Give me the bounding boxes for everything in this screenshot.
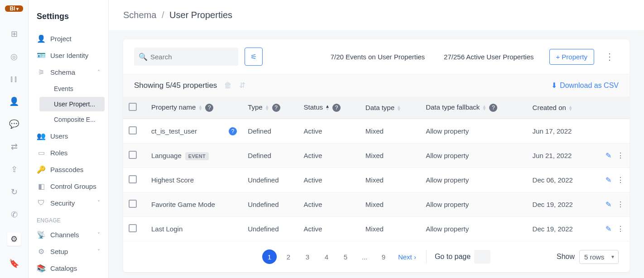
sidebar-item-label: User Identity xyxy=(50,52,88,59)
row-more-icon[interactable]: ⋮ xyxy=(617,152,624,159)
help-icon[interactable]: ? xyxy=(205,104,213,112)
page-button[interactable]: 1 xyxy=(262,249,277,264)
chevron-down-icon: ˅ xyxy=(97,232,100,238)
page-button[interactable]: 2 xyxy=(281,249,296,264)
goto-page-input[interactable] xyxy=(474,250,490,264)
sidebar-item-control-groups[interactable]: ◧Control Groups xyxy=(29,178,108,195)
bookmark-icon[interactable]: 🔖 xyxy=(9,259,19,268)
search-input[interactable] xyxy=(134,48,238,66)
sidebar-item-label: Channels xyxy=(50,231,79,239)
phone-icon[interactable]: ✆ xyxy=(9,210,19,220)
sort-icon[interactable]: ▲▼ xyxy=(482,105,486,110)
sidebar-item-users[interactable]: 👥Users xyxy=(29,128,108,144)
add-property-button[interactable]: +Property xyxy=(549,49,594,65)
search-icon: 🔍 xyxy=(139,53,148,61)
col-property-name[interactable]: Property name xyxy=(151,103,196,111)
page-button[interactable]: 4 xyxy=(319,249,334,264)
row-checkbox[interactable] xyxy=(129,151,137,159)
sort-icon[interactable]: ▲▼ xyxy=(397,105,401,111)
export-icon[interactable]: ⇪ xyxy=(9,164,19,174)
row-checkbox[interactable] xyxy=(129,200,137,208)
swap-icon[interactable]: ⇄ xyxy=(9,142,19,152)
page-button[interactable]: 9 xyxy=(376,249,391,264)
sort-icon[interactable]: ▲▼ xyxy=(325,105,330,110)
sidebar-item-schema[interactable]: ⚞Schema˄ xyxy=(29,64,108,81)
row-checkbox[interactable] xyxy=(129,224,137,232)
table-row: Favorite Game ModeUndefinedActiveMixedAl… xyxy=(123,192,630,217)
sub-item-user-properties[interactable]: User Propert... xyxy=(39,97,105,111)
sort-icon[interactable]: ▲▼ xyxy=(265,105,269,110)
sidebar-item-label: Control Groups xyxy=(50,182,96,190)
chat-icon[interactable]: 💬 xyxy=(9,119,19,129)
target-icon[interactable]: ◎ xyxy=(9,52,19,62)
page-button[interactable]: ... xyxy=(357,249,372,264)
sidebar-item-label: Setup xyxy=(50,248,68,255)
properties-table: Property name▲▼? Type▲▼? Status▲▼? Data … xyxy=(123,96,630,241)
row-more-icon[interactable]: ⋮ xyxy=(617,176,624,184)
sort-icon[interactable]: ▲▼ xyxy=(198,105,202,110)
event-tag: EVENT xyxy=(185,152,209,160)
info-icon[interactable]: ? xyxy=(229,127,237,135)
columns-icon[interactable]: ⇵ xyxy=(239,81,245,90)
dashboard-icon[interactable]: ⊞ xyxy=(9,29,19,39)
people-icon[interactable]: 👤 xyxy=(9,96,19,106)
logo-button[interactable]: BI▾ xyxy=(5,5,23,12)
sidebar-item-project[interactable]: 👤Project xyxy=(29,30,108,47)
fallback-cell: Allow property xyxy=(420,217,527,241)
col-status[interactable]: Status xyxy=(304,103,323,111)
gear-icon[interactable]: ⚙ xyxy=(7,232,21,246)
sidebar-item-catalogs[interactable]: 📚Catalogs xyxy=(29,260,108,277)
select-all-checkbox[interactable] xyxy=(129,103,137,111)
data-type-cell: Mixed xyxy=(360,144,420,168)
sidebar-item-label: Roles xyxy=(50,149,67,157)
sidebar-item-passcodes[interactable]: 🔑Passcodes xyxy=(29,161,108,178)
col-created[interactable]: Created on xyxy=(533,104,566,111)
page-button[interactable]: 3 xyxy=(300,249,315,264)
download-csv-link[interactable]: ⬇Download as CSV xyxy=(551,81,619,90)
analytics-icon[interactable]: ⫿⫿ xyxy=(9,74,19,84)
edit-icon[interactable]: ✎ xyxy=(606,225,611,233)
show-label: Show xyxy=(557,253,575,261)
refresh-icon[interactable]: ↻ xyxy=(9,187,19,197)
created-cell: Dec 19, 2022 xyxy=(527,217,593,241)
sidebar-item-security[interactable]: 🛡Security˅ xyxy=(29,195,108,211)
sub-item-composite[interactable]: Composite E... xyxy=(39,112,105,127)
breadcrumb-parent[interactable]: Schema xyxy=(123,10,156,20)
col-data-type[interactable]: Data type xyxy=(365,104,394,111)
page-button[interactable]: 5 xyxy=(338,249,353,264)
more-menu-button[interactable]: ⋮ xyxy=(601,49,619,64)
shield-icon: 🛡 xyxy=(37,199,46,207)
chevron-down-icon: ▾ xyxy=(16,6,19,11)
filter-button[interactable]: ⚟ xyxy=(245,48,263,66)
rows-select[interactable]: 5 rows xyxy=(579,250,619,264)
row-more-icon[interactable]: ⋮ xyxy=(617,201,624,208)
edit-icon[interactable]: ✎ xyxy=(606,176,611,184)
status-cell: Active xyxy=(298,168,360,192)
help-icon[interactable]: ? xyxy=(332,104,341,112)
row-more-icon[interactable]: ⋮ xyxy=(617,225,624,233)
chevron-down-icon: ˅ xyxy=(97,200,100,206)
sidebar-item-roles[interactable]: ▭Roles xyxy=(29,144,108,161)
fallback-cell: Allow property xyxy=(420,168,527,192)
sub-item-events[interactable]: Events xyxy=(39,81,105,96)
next-button[interactable]: Next › xyxy=(398,253,416,261)
sidebar-item-channels[interactable]: 📡Channels˅ xyxy=(29,226,108,243)
col-type[interactable]: Type xyxy=(248,103,263,111)
sidebar-item-user-identity[interactable]: 🪪User Identity xyxy=(29,47,108,64)
trash-icon[interactable]: 🗑 xyxy=(224,81,232,90)
data-type-cell: Mixed xyxy=(360,119,420,144)
sort-icon[interactable]: ▲▼ xyxy=(568,105,573,111)
row-checkbox[interactable] xyxy=(129,175,137,183)
col-fallback[interactable]: Data type fallback xyxy=(426,103,480,111)
type-cell: Undefined xyxy=(242,217,298,241)
edit-icon[interactable]: ✎ xyxy=(606,152,611,159)
help-icon[interactable]: ? xyxy=(272,104,280,112)
row-checkbox[interactable] xyxy=(129,126,137,134)
help-icon[interactable]: ? xyxy=(489,104,497,112)
edit-icon[interactable]: ✎ xyxy=(606,201,611,208)
status-cell: Active xyxy=(298,192,360,217)
pagination: 12345...9 Next › Go to page Show 5 rows … xyxy=(123,241,630,272)
chevron-down-icon: ˅ xyxy=(97,249,100,255)
sidebar-item-setup[interactable]: ⚙Setup˅ xyxy=(29,243,108,260)
schema-icon: ⚞ xyxy=(37,68,46,77)
